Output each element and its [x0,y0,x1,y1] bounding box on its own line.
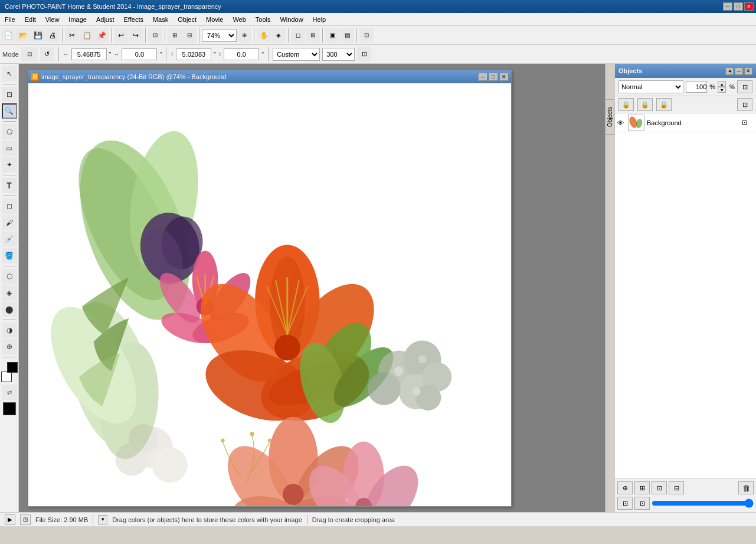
eyedrop-btn[interactable]: ◈ [271,28,286,43]
panel-minimize-button[interactable]: ─ [735,67,743,75]
smear-tool[interactable]: ⬤ [2,302,17,317]
opacity-down[interactable]: ▼ [718,87,726,93]
save-button[interactable]: 💾 [31,28,45,43]
x-icon: ↔ [63,51,69,57]
opacity-input[interactable] [686,81,707,93]
select-button[interactable]: ⊡ [148,28,162,43]
swap-colors[interactable]: ⇄ [2,385,17,400]
color2-btn[interactable]: ▤ [340,28,354,43]
blend-mode-select[interactable]: Normal Multiply Screen Overlay [618,80,683,93]
separator [166,47,166,61]
menu-view[interactable]: View [41,13,64,25]
paste-button[interactable]: 📌 [94,28,109,43]
ungroup-btn[interactable]: ⊟ [669,481,684,494]
status-play-btn[interactable]: ▶ [5,514,15,525]
new-button[interactable]: 📄 [1,28,15,43]
document-title-text: image_sprayer_transparency (24-Bit RGB) … [41,73,226,80]
menu-tools[interactable]: Tools [251,13,276,25]
copy-button[interactable]: 📋 [80,28,94,43]
menu-movie[interactable]: Movie [201,13,228,25]
print-button[interactable]: 🖨 [45,28,60,43]
snap-btn[interactable]: ◻ [291,28,305,43]
delete-layer-btn[interactable]: 🗑 [738,481,754,494]
menu-image[interactable]: Image [64,13,91,25]
merge-button[interactable]: ⊡ [737,80,752,93]
foreground-color-swatch[interactable] [7,362,18,373]
color-btn[interactable]: ▣ [325,28,339,43]
redo-button[interactable]: ↪ [129,28,143,43]
rect-mask[interactable]: ▭ [2,141,17,156]
zoom-select[interactable]: 25% 50% 74% 100% 150% 200% [202,29,237,42]
width-input[interactable] [122,48,157,60]
new-layer-btn[interactable]: ⊕ [617,481,633,494]
menu-effects[interactable]: Effects [119,13,148,25]
panel-menu-button[interactable]: ◂ [725,67,734,75]
panel-close-button[interactable]: ✕ [744,67,752,75]
blend-tool[interactable]: ⬡ [2,269,17,284]
dodge-tool[interactable]: ◑ [2,323,17,338]
layer-visibility-icon[interactable]: 👁 [617,119,626,126]
freehand-mask[interactable]: ⬠ [2,124,17,139]
lock-object-btn[interactable]: 🔒 [637,98,653,111]
lock-all-btn[interactable]: 🔒 [656,98,672,111]
close-button[interactable]: ✕ [744,2,754,11]
grid-btn[interactable]: ⊞ [306,28,320,43]
doc-restore[interactable]: □ [489,73,498,81]
move-down-btn[interactable]: ⊡ [634,497,650,510]
layer-background[interactable]: 👁 Background ⊡ [615,113,756,132]
paint-tool[interactable]: 🖌 [2,215,17,230]
mode-select-btn[interactable]: ⊡ [21,47,38,61]
menu-mask[interactable]: Mask [148,13,173,25]
mode-refresh-btn[interactable]: ↺ [40,47,54,61]
tb-extra[interactable]: ⊡ [359,28,374,43]
custom-select[interactable]: Custom Normal Screen [273,48,320,61]
pick-tool[interactable]: ↖ [2,66,17,82]
cut-button[interactable]: ✂ [65,28,79,43]
text-tool[interactable]: T [2,178,17,193]
x-coord-input[interactable] [71,48,107,60]
status-info-btn[interactable]: ▼ [98,515,107,525]
size-select[interactable]: 100 200 300 400 [322,48,355,61]
status-record-btn[interactable]: ⊡ [20,514,31,525]
objects-vertical-tab[interactable]: Objects [605,99,614,135]
lock-transparency-btn[interactable]: 🔒 [618,98,634,111]
sharpen-tool[interactable]: ◈ [2,285,17,301]
menu-file[interactable]: File [0,13,20,25]
menu-adjust[interactable]: Adjust [91,13,119,25]
move-up-btn[interactable]: ⊡ [617,497,633,510]
menu-edit[interactable]: Edit [20,13,41,25]
undo-button[interactable]: ↩ [114,28,128,43]
opacity-up[interactable]: ▲ [718,81,726,87]
menu-help[interactable]: Help [308,13,331,25]
tb-btn-a[interactable]: ⊞ [168,28,182,43]
menu-web[interactable]: Web [228,13,250,25]
panel-bottom-row2: ⊡ ⊡ [617,497,754,510]
crop-tool[interactable]: ⊡ [2,87,17,102]
duplicate-layer-btn[interactable]: ⊞ [634,481,650,494]
background-color-swatch[interactable] [1,372,12,382]
current-color[interactable] [3,402,16,415]
hand-tool-button[interactable]: ✋ [257,28,271,43]
tb-btn-b[interactable]: ⊟ [182,28,197,43]
doc-close[interactable]: ✕ [499,73,509,81]
size-apply-btn[interactable]: ⊡ [357,47,371,61]
fill-tool[interactable]: 🪣 [2,248,17,263]
menu-window[interactable]: Window [275,13,307,25]
stamp-tool[interactable]: ⊕ [2,339,17,354]
zoom-fit-button[interactable]: ⊕ [237,28,251,43]
minimize-button[interactable]: ─ [723,2,732,11]
eraser-tool[interactable]: ◻ [2,198,17,214]
open-button[interactable]: 📂 [16,28,30,43]
menu-object[interactable]: Object [173,13,201,25]
new-layer-from-selection[interactable]: ⊡ [737,98,752,111]
canvas-area[interactable]: 🖼 image_sprayer_transparency (24-Bit RGB… [19,64,614,512]
eyedrop-tool[interactable]: 💉 [2,232,17,247]
doc-minimize[interactable]: ─ [478,73,487,81]
zoom-tool[interactable]: 🔍 [2,103,17,119]
magic-wand[interactable]: ✦ [2,157,17,172]
group-btn[interactable]: ⊡ [652,481,667,494]
maximize-button[interactable]: □ [734,2,743,11]
y-coord-input[interactable] [176,48,211,60]
height-input[interactable] [224,48,259,60]
opacity-slider[interactable] [652,500,754,507]
